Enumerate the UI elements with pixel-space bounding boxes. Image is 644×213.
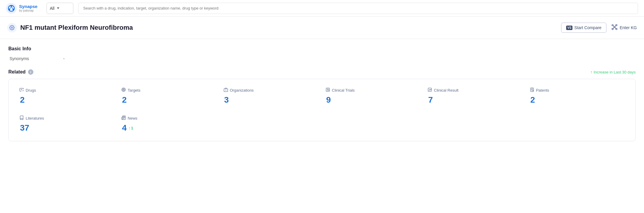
- svg-line-15: [615, 27, 616, 29]
- targets-label: Targets: [128, 88, 140, 93]
- related-header: Related i ↑ Increase in Last 30 days: [8, 69, 636, 75]
- targets-count: 2: [121, 95, 216, 105]
- search-filter-label: All: [50, 6, 55, 11]
- clinical-result-icon: [428, 87, 432, 93]
- increase-label-text: Increase in Last 30 days: [594, 70, 636, 74]
- logo-by-label: by patsnap: [19, 9, 38, 12]
- synonyms-value: -: [63, 56, 65, 61]
- logo: Synapse by patsnap: [6, 3, 42, 14]
- related-item-clinical-result[interactable]: Clinical Result 7: [424, 85, 526, 107]
- clinical-trials-label: Clinical Trials: [332, 88, 355, 93]
- organizations-count: 3: [224, 95, 318, 105]
- related-grid-row2: Literatures 37 News: [16, 113, 628, 135]
- increase-label: ↑ Increase in Last 30 days: [590, 70, 636, 74]
- related-title: Related: [8, 69, 26, 75]
- related-item-news[interactable]: News 4 ↑ 1: [118, 113, 220, 135]
- related-item-drugs[interactable]: Drugs 2: [16, 85, 118, 107]
- synonyms-row: Synonyms -: [8, 56, 636, 61]
- top-nav: Synapse by patsnap All: [0, 0, 644, 17]
- related-organizations-header: Organizations: [224, 87, 318, 93]
- related-patents-header: Patents: [530, 87, 625, 93]
- patents-label: Patents: [536, 88, 549, 93]
- patents-count: 2: [530, 95, 625, 105]
- kg-icon: [611, 24, 618, 32]
- targets-icon: [121, 87, 126, 93]
- related-grid-row1: Drugs 2 Targets: [16, 85, 628, 107]
- related-info-icon[interactable]: i: [28, 69, 33, 75]
- enter-kg-button[interactable]: Enter KG: [611, 24, 637, 32]
- vs-badge: VS: [566, 26, 572, 30]
- related-news-header: News: [121, 115, 216, 121]
- start-compare-label: Start Compare: [574, 25, 601, 30]
- main-content: Basic Info Synonyms - Related i ↑ Increa…: [0, 39, 644, 148]
- synapse-logo-icon: [6, 3, 17, 14]
- related-item-literatures[interactable]: Literatures 37: [16, 113, 118, 135]
- patents-icon: [530, 87, 534, 93]
- basic-info-section: Basic Info Synonyms -: [8, 46, 636, 61]
- news-icon: [121, 115, 126, 121]
- svg-point-17: [123, 89, 125, 91]
- organizations-icon: [224, 87, 228, 93]
- chevron-down-icon: [57, 7, 59, 9]
- literatures-count: 37: [19, 123, 114, 133]
- drugs-count: 2: [19, 95, 114, 105]
- related-drugs-header: Drugs: [19, 87, 114, 93]
- header-actions: VS Start Compare Enter KG: [561, 23, 637, 33]
- basic-info-title: Basic Info: [8, 46, 636, 51]
- news-count: 4: [122, 123, 127, 133]
- news-count-area: 4 ↑ 1: [121, 123, 216, 133]
- news-label: News: [128, 116, 137, 120]
- search-filter-dropdown[interactable]: All: [47, 3, 73, 14]
- svg-point-18: [123, 89, 124, 90]
- related-targets-header: Targets: [121, 87, 216, 93]
- related-literatures-header: Literatures: [19, 115, 114, 121]
- drugs-label: Drugs: [26, 88, 36, 93]
- related-clinical-result-header: Clinical Result: [428, 87, 522, 93]
- page-header: NF1 mutant Plexiform Neurofibroma VS Sta…: [0, 17, 644, 39]
- news-arrow-icon: ↑: [129, 126, 131, 130]
- synonyms-label: Synonyms: [10, 56, 45, 61]
- svg-point-4: [8, 9, 10, 10]
- indication-icon: [7, 23, 17, 32]
- related-item-patents[interactable]: Patents 2: [526, 85, 628, 107]
- related-item-organizations[interactable]: Organizations 3: [220, 85, 322, 107]
- svg-line-13: [615, 25, 616, 27]
- svg-line-12: [613, 25, 614, 27]
- page-title: NF1 mutant Plexiform Neurofibroma: [20, 24, 133, 32]
- logo-synapse-label: Synapse: [19, 4, 38, 9]
- related-item-clinical-trials[interactable]: Clinical Trials 9: [322, 85, 424, 107]
- clinical-trials-icon: [326, 87, 330, 93]
- svg-point-3: [13, 9, 14, 10]
- literatures-icon: [19, 115, 24, 121]
- literatures-label: Literatures: [26, 116, 44, 120]
- svg-line-14: [613, 27, 614, 29]
- related-grid-box: Drugs 2 Targets: [8, 79, 636, 141]
- organizations-label: Organizations: [230, 88, 254, 93]
- drugs-icon: [19, 87, 24, 93]
- related-title-area: Related i: [8, 69, 33, 75]
- clinical-result-label: Clinical Result: [434, 88, 458, 93]
- page-title-area: NF1 mutant Plexiform Neurofibroma: [7, 23, 133, 32]
- start-compare-button[interactable]: VS Start Compare: [561, 23, 606, 33]
- related-clinical-trials-header: Clinical Trials: [326, 87, 420, 93]
- news-increase-badge: ↑ 1: [129, 126, 133, 130]
- related-section: Related i ↑ Increase in Last 30 days: [8, 69, 636, 141]
- enter-kg-label: Enter KG: [620, 25, 637, 30]
- search-input[interactable]: [78, 3, 638, 14]
- logo-text: Synapse by patsnap: [19, 4, 38, 12]
- clinical-result-count: 7: [428, 95, 522, 105]
- related-item-targets[interactable]: Targets 2: [118, 85, 220, 107]
- svg-point-0: [6, 3, 17, 14]
- svg-point-2: [10, 5, 12, 7]
- news-increase-count: 1: [131, 126, 133, 130]
- clinical-trials-count: 9: [326, 95, 420, 105]
- arrow-up-icon: ↑: [590, 70, 592, 74]
